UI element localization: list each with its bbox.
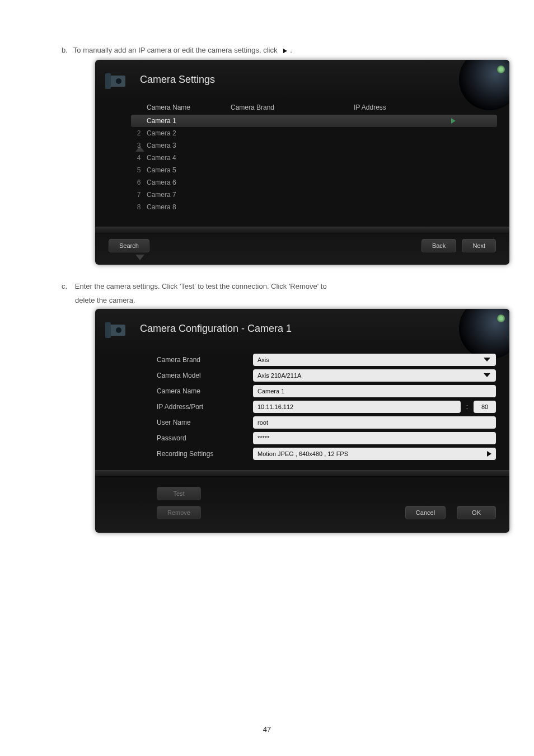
step-b-line: b. To manually add an IP camera or edit …	[62, 45, 478, 57]
table-row[interactable]: 8 Camera 8	[131, 201, 497, 213]
row-number: 4	[131, 154, 147, 162]
colon-separator: :	[466, 403, 468, 411]
sort-down-icon[interactable]	[135, 255, 144, 260]
table-row[interactable]: Camera 1	[131, 115, 497, 127]
divider	[95, 470, 509, 477]
row-number: 8	[131, 203, 147, 211]
ok-button[interactable]: OK	[457, 506, 496, 519]
search-button[interactable]: Search	[109, 239, 149, 252]
row-camera-name: Camera 6	[147, 179, 231, 186]
svg-point-2	[116, 78, 121, 84]
step-b-text: To manually add an IP camera or edit the…	[73, 45, 278, 57]
panel-header: Camera Settings	[95, 60, 509, 98]
camera-brand-select[interactable]: Axis	[253, 354, 496, 366]
step-c-line1: c. Enter the camera settings. Click 'Tes…	[62, 280, 478, 293]
sort-up-icon[interactable]	[135, 146, 144, 152]
page-number: 47	[0, 725, 534, 734]
recording-settings-value: Motion JPEG , 640x480 , 12 FPS	[257, 450, 348, 457]
sort-arrows	[135, 146, 144, 153]
brand-logo	[105, 319, 132, 339]
row-number: 7	[131, 191, 147, 199]
label-camera-name: Camera Name	[157, 387, 246, 395]
row-number: 5	[131, 166, 147, 174]
username-input[interactable]	[253, 416, 496, 429]
camera-model-select[interactable]: Axis 210A/211A	[253, 369, 496, 382]
camera-name-input[interactable]	[253, 385, 496, 397]
brand-logo	[105, 70, 132, 90]
camera-list: Camera Name Camera Brand IP Address Came…	[95, 98, 509, 227]
test-button[interactable]: Test	[157, 487, 201, 500]
back-button[interactable]: Back	[421, 239, 456, 252]
label-camera-model: Camera Model	[157, 372, 246, 379]
row-camera-name: Camera 4	[147, 154, 231, 162]
next-button[interactable]: Next	[462, 239, 496, 252]
chevron-down-icon	[484, 373, 490, 377]
label-password: Password	[157, 434, 246, 442]
row-camera-name: Camera 5	[147, 166, 231, 174]
play-arrow-icon	[283, 49, 287, 53]
ip-address-input[interactable]	[253, 401, 461, 413]
panel-title: Camera Configuration - Camera 1	[140, 323, 498, 335]
recording-settings-button[interactable]: Motion JPEG , 640x480 , 12 FPS	[253, 448, 496, 460]
svg-rect-4	[105, 322, 111, 338]
step-b-period: .	[290, 46, 292, 54]
table-row[interactable]: 5 Camera 5	[131, 164, 497, 176]
label-ip-port: IP Address/Port	[157, 403, 246, 411]
password-input[interactable]	[253, 432, 496, 444]
chevron-down-icon	[484, 358, 490, 361]
label-user-name: User Name	[157, 419, 246, 426]
list-header-row: Camera Name Camera Brand IP Address	[131, 101, 497, 114]
cancel-button[interactable]: Cancel	[405, 506, 446, 519]
col-ip-address: IP Address	[354, 104, 449, 111]
label-camera-brand: Camera Brand	[157, 356, 246, 364]
config-footer: Test Remove Cancel OK	[95, 477, 509, 533]
port-value: 80	[481, 403, 488, 410]
row-camera-name: Camera 2	[147, 129, 231, 137]
row-number: 6	[131, 179, 147, 186]
panel-title: Camera Settings	[140, 74, 498, 86]
table-row[interactable]: 6 Camera 6	[131, 176, 497, 189]
row-camera-name: Camera 3	[147, 142, 231, 149]
table-row[interactable]: 7 Camera 7	[131, 189, 497, 201]
camera-settings-panel: Camera Settings Camera Name Camera Brand…	[95, 60, 509, 265]
step-letter: b.	[62, 45, 68, 57]
step-c-line2: delete the camera.	[75, 296, 478, 304]
port-input[interactable]: 80	[474, 401, 496, 413]
table-row[interactable]: 3 Camera 3	[131, 139, 497, 152]
panel-header: Camera Configuration - Camera 1	[95, 309, 509, 347]
step-letter: c.	[62, 282, 67, 290]
table-row[interactable]: 4 Camera 4	[131, 152, 497, 164]
label-recording-settings: Recording Settings	[157, 450, 246, 458]
camera-model-value: Axis 210A/211A	[257, 372, 301, 379]
config-form: Camera Brand Axis Camera Model Axis 210A…	[95, 347, 509, 464]
row-camera-name: Camera 1	[147, 117, 231, 125]
camera-config-panel: Camera Configuration - Camera 1 Camera B…	[95, 309, 509, 533]
panel-footer: Search Back Next	[95, 233, 509, 265]
edit-arrow-icon[interactable]	[451, 118, 456, 124]
row-camera-name: Camera 7	[147, 191, 231, 199]
svg-point-5	[116, 327, 121, 333]
remove-button[interactable]: Remove	[157, 506, 201, 519]
row-number: 2	[131, 129, 147, 137]
play-arrow-icon	[487, 451, 491, 457]
col-camera-brand: Camera Brand	[231, 104, 354, 111]
step-c-text-1: Enter the camera settings. Click 'Test' …	[75, 282, 327, 290]
table-row[interactable]: 2 Camera 2	[131, 127, 497, 139]
camera-brand-value: Axis	[257, 356, 269, 363]
row-camera-name: Camera 8	[147, 203, 231, 211]
divider	[95, 227, 509, 233]
svg-rect-1	[105, 73, 111, 89]
col-camera-name: Camera Name	[147, 104, 231, 111]
